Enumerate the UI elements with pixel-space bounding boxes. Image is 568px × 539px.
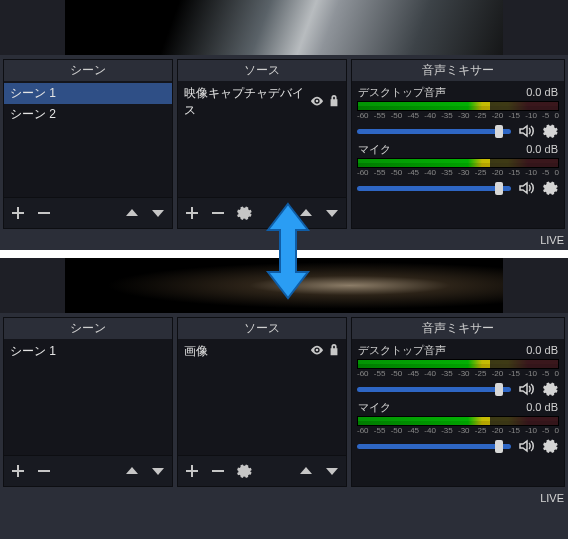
volume-slider[interactable] — [357, 129, 511, 134]
vu-meter — [357, 416, 559, 426]
scenes-list[interactable]: シーン 1 シーン 2 — [4, 81, 172, 197]
add-scene-button[interactable] — [6, 459, 30, 483]
channel-settings-button[interactable] — [541, 122, 559, 140]
source-item[interactable]: 画像 — [178, 341, 346, 362]
status-bar: LIVE — [0, 231, 568, 250]
sources-panel: ソース 画像 — [177, 317, 347, 487]
source-item-label: 映像キャプチャデバイス — [184, 85, 310, 119]
meter-ticks: -60-55-50-45-40-35-30-25-20-15-10-50 — [357, 426, 559, 436]
preview-image — [65, 0, 503, 55]
scene-item-label: シーン 1 — [10, 343, 56, 360]
add-source-button[interactable] — [180, 201, 204, 225]
mute-button[interactable] — [517, 380, 535, 398]
sources-panel: ソース 映像キャプチャデバイス — [177, 59, 347, 229]
svg-rect-3 — [38, 470, 50, 472]
move-scene-up-button[interactable] — [120, 201, 144, 225]
vu-meter — [357, 359, 559, 369]
scene-item[interactable]: シーン 2 — [4, 104, 172, 125]
preview-image — [65, 258, 503, 313]
section-divider — [0, 250, 568, 258]
lock-icon[interactable] — [328, 94, 340, 111]
mixer-channel: デスクトップ音声0.0 dB -60-55-50-45-40-35-30-25-… — [357, 343, 559, 398]
obs-instance-bottom: シーン シーン 1 ソース 画像 — [0, 258, 568, 508]
volume-slider[interactable] — [357, 387, 511, 392]
svg-rect-0 — [38, 212, 50, 214]
visibility-icon[interactable] — [310, 343, 324, 360]
channel-db: 0.0 dB — [526, 143, 558, 155]
meter-ticks: -60-55-50-45-40-35-30-25-20-15-10-50 — [357, 111, 559, 121]
source-item-label: 画像 — [184, 343, 208, 360]
move-scene-down-button[interactable] — [146, 201, 170, 225]
remove-scene-button[interactable] — [32, 459, 56, 483]
svg-point-1 — [316, 99, 319, 102]
lock-icon[interactable] — [328, 343, 340, 360]
sources-list[interactable]: 映像キャプチャデバイス — [178, 81, 346, 197]
remove-source-button[interactable] — [206, 459, 230, 483]
scenes-toolbar — [4, 455, 172, 486]
move-scene-up-button[interactable] — [120, 459, 144, 483]
svg-rect-2 — [212, 212, 224, 214]
obs-instance-top: シーン シーン 1 シーン 2 ソース 映像キャプチャデ — [0, 0, 568, 250]
scenes-list[interactable]: シーン 1 — [4, 339, 172, 455]
preview-area — [0, 0, 568, 55]
channel-name: デスクトップ音声 — [358, 343, 446, 358]
add-source-button[interactable] — [180, 459, 204, 483]
audio-mixer-panel: 音声ミキサー デスクトップ音声0.0 dB -60-55-50-45-40-35… — [351, 59, 565, 229]
vu-meter — [357, 158, 559, 168]
scenes-panel: シーン シーン 1 シーン 2 — [3, 59, 173, 229]
status-bar: LIVE — [0, 489, 568, 508]
scenes-title: シーン — [4, 60, 172, 81]
channel-db: 0.0 dB — [526, 86, 558, 98]
remove-source-button[interactable] — [206, 201, 230, 225]
move-scene-down-button[interactable] — [146, 459, 170, 483]
mixer-channel: マイク0.0 dB -60-55-50-45-40-35-30-25-20-15… — [357, 400, 559, 455]
meter-ticks: -60-55-50-45-40-35-30-25-20-15-10-50 — [357, 168, 559, 178]
source-item[interactable]: 映像キャプチャデバイス — [178, 83, 346, 121]
move-source-down-button[interactable] — [320, 201, 344, 225]
scenes-panel: シーン シーン 1 — [3, 317, 173, 487]
mixer-title: 音声ミキサー — [352, 60, 564, 81]
source-properties-button[interactable] — [232, 459, 256, 483]
remove-scene-button[interactable] — [32, 201, 56, 225]
channel-name: マイク — [358, 142, 391, 157]
add-scene-button[interactable] — [6, 201, 30, 225]
channel-settings-button[interactable] — [541, 380, 559, 398]
volume-slider[interactable] — [357, 444, 511, 449]
vu-meter — [357, 101, 559, 111]
channel-db: 0.0 dB — [526, 401, 558, 413]
move-source-down-button[interactable] — [320, 459, 344, 483]
mixer-channel: デスクトップ音声0.0 dB -60-55-50-45-40-35-30-25-… — [357, 85, 559, 140]
mute-button[interactable] — [517, 122, 535, 140]
audio-mixer-panel: 音声ミキサー デスクトップ音声0.0 dB -60-55-50-45-40-35… — [351, 317, 565, 487]
move-source-up-button[interactable] — [294, 201, 318, 225]
scene-item[interactable]: シーン 1 — [4, 83, 172, 104]
mixer-title: 音声ミキサー — [352, 318, 564, 339]
channel-name: マイク — [358, 400, 391, 415]
scenes-title: シーン — [4, 318, 172, 339]
mute-button[interactable] — [517, 437, 535, 455]
source-properties-button[interactable] — [232, 201, 256, 225]
live-indicator: LIVE — [540, 234, 564, 246]
svg-rect-5 — [212, 470, 224, 472]
live-indicator: LIVE — [540, 492, 564, 504]
sources-toolbar — [178, 455, 346, 486]
sources-title: ソース — [178, 318, 346, 339]
sources-toolbar — [178, 197, 346, 228]
visibility-icon[interactable] — [310, 94, 324, 111]
sources-list[interactable]: 画像 — [178, 339, 346, 455]
volume-slider[interactable] — [357, 186, 511, 191]
meter-ticks: -60-55-50-45-40-35-30-25-20-15-10-50 — [357, 369, 559, 379]
sources-title: ソース — [178, 60, 346, 81]
scene-item-label: シーン 1 — [10, 85, 56, 102]
channel-settings-button[interactable] — [541, 437, 559, 455]
channel-name: デスクトップ音声 — [358, 85, 446, 100]
scene-item-label: シーン 2 — [10, 106, 56, 123]
channel-settings-button[interactable] — [541, 179, 559, 197]
move-source-up-button[interactable] — [294, 459, 318, 483]
scenes-toolbar — [4, 197, 172, 228]
mute-button[interactable] — [517, 179, 535, 197]
svg-point-4 — [316, 349, 319, 352]
mixer-channel: マイク0.0 dB -60-55-50-45-40-35-30-25-20-15… — [357, 142, 559, 197]
channel-db: 0.0 dB — [526, 344, 558, 356]
scene-item[interactable]: シーン 1 — [4, 341, 172, 362]
